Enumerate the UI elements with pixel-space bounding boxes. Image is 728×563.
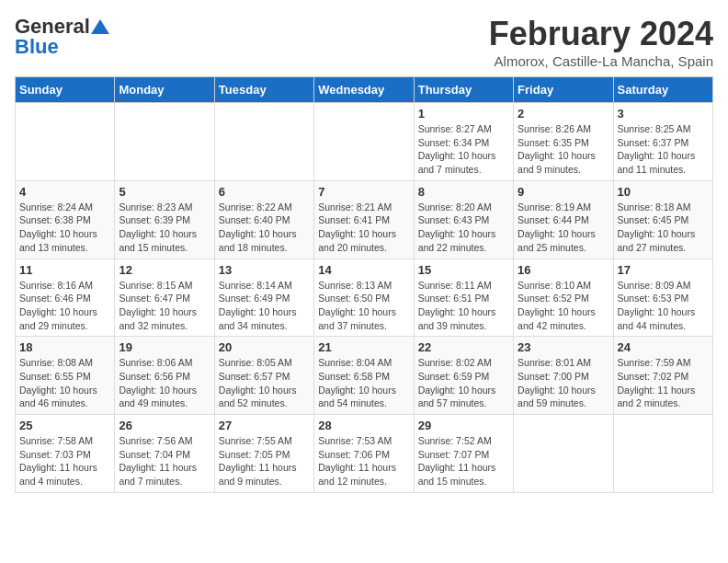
- calendar-cell: 9Sunrise: 8:19 AMSunset: 6:44 PMDaylight…: [514, 180, 613, 259]
- calendar-cell: 7Sunrise: 8:21 AMSunset: 6:41 PMDaylight…: [314, 180, 414, 259]
- calendar-week-row: 11Sunrise: 8:16 AMSunset: 6:46 PMDayligh…: [16, 259, 713, 337]
- calendar-week-row: 1Sunrise: 8:27 AMSunset: 6:34 PMDaylight…: [16, 103, 713, 181]
- day-number: 26: [119, 419, 210, 432]
- weekday-header-thursday: Thursday: [414, 77, 513, 103]
- day-number: 20: [219, 340, 310, 354]
- calendar-cell: 5Sunrise: 8:23 AMSunset: 6:39 PMDaylight…: [115, 180, 214, 259]
- calendar-cell: [314, 103, 414, 181]
- calendar-cell: [514, 415, 613, 493]
- day-number: 21: [318, 340, 409, 354]
- day-number: 23: [518, 340, 609, 354]
- weekday-header-tuesday: Tuesday: [214, 77, 313, 103]
- day-number: 4: [19, 185, 110, 199]
- calendar-table: SundayMondayTuesdayWednesdayThursdayFrid…: [15, 76, 713, 493]
- day-number: 12: [119, 263, 210, 277]
- svg-marker-0: [91, 19, 109, 34]
- logo: General Blue: [15, 15, 110, 59]
- calendar-cell: 27Sunrise: 7:55 AMSunset: 7:05 PMDayligh…: [214, 415, 313, 493]
- day-number: 9: [518, 185, 609, 199]
- day-info: Sunrise: 8:11 AMSunset: 6:51 PMDaylight:…: [418, 279, 509, 333]
- day-info: Sunrise: 7:58 AMSunset: 7:03 PMDaylight:…: [19, 434, 110, 488]
- day-info: Sunrise: 8:26 AMSunset: 6:35 PMDaylight:…: [518, 122, 609, 177]
- calendar-cell: [214, 103, 313, 181]
- day-info: Sunrise: 8:10 AMSunset: 6:52 PMDaylight:…: [518, 279, 609, 333]
- weekday-header-sunday: Sunday: [16, 77, 115, 103]
- calendar-week-row: 4Sunrise: 8:24 AMSunset: 6:38 PMDaylight…: [16, 180, 713, 259]
- calendar-cell: 14Sunrise: 8:13 AMSunset: 6:50 PMDayligh…: [314, 259, 414, 337]
- day-number: 11: [19, 263, 110, 277]
- day-info: Sunrise: 8:05 AMSunset: 6:57 PMDaylight:…: [219, 356, 310, 410]
- day-info: Sunrise: 8:16 AMSunset: 6:46 PMDaylight:…: [19, 279, 110, 333]
- day-info: Sunrise: 8:20 AMSunset: 6:43 PMDaylight:…: [418, 201, 509, 255]
- day-info: Sunrise: 8:01 AMSunset: 7:00 PMDaylight:…: [518, 356, 609, 410]
- day-number: 6: [219, 185, 310, 199]
- day-info: Sunrise: 8:08 AMSunset: 6:55 PMDaylight:…: [19, 356, 110, 410]
- day-number: 5: [119, 185, 210, 199]
- day-info: Sunrise: 7:53 AMSunset: 7:06 PMDaylight:…: [318, 434, 409, 488]
- month-title: February 2024: [489, 15, 713, 53]
- calendar-cell: 23Sunrise: 8:01 AMSunset: 7:00 PMDayligh…: [514, 337, 613, 415]
- day-info: Sunrise: 8:24 AMSunset: 6:38 PMDaylight:…: [19, 201, 110, 255]
- day-info: Sunrise: 8:04 AMSunset: 6:58 PMDaylight:…: [318, 356, 409, 410]
- day-info: Sunrise: 7:59 AMSunset: 7:02 PMDaylight:…: [618, 356, 709, 410]
- calendar-cell: 11Sunrise: 8:16 AMSunset: 6:46 PMDayligh…: [16, 259, 115, 337]
- calendar-cell: 29Sunrise: 7:52 AMSunset: 7:07 PMDayligh…: [414, 415, 513, 493]
- calendar-cell: 24Sunrise: 7:59 AMSunset: 7:02 PMDayligh…: [613, 337, 712, 415]
- day-number: 1: [418, 107, 509, 121]
- day-info: Sunrise: 8:25 AMSunset: 6:37 PMDaylight:…: [618, 122, 709, 177]
- day-info: Sunrise: 8:14 AMSunset: 6:49 PMDaylight:…: [219, 279, 310, 333]
- day-info: Sunrise: 8:22 AMSunset: 6:40 PMDaylight:…: [219, 201, 310, 255]
- calendar-cell: 21Sunrise: 8:04 AMSunset: 6:58 PMDayligh…: [314, 337, 414, 415]
- calendar-cell: 15Sunrise: 8:11 AMSunset: 6:51 PMDayligh…: [414, 259, 513, 337]
- day-number: 25: [19, 419, 110, 432]
- calendar-cell: 2Sunrise: 8:26 AMSunset: 6:35 PMDaylight…: [514, 103, 613, 181]
- day-info: Sunrise: 8:21 AMSunset: 6:41 PMDaylight:…: [318, 201, 409, 255]
- calendar-cell: 8Sunrise: 8:20 AMSunset: 6:43 PMDaylight…: [414, 180, 513, 259]
- day-number: 27: [219, 419, 310, 432]
- day-info: Sunrise: 8:02 AMSunset: 6:59 PMDaylight:…: [418, 356, 509, 410]
- weekday-header-row: SundayMondayTuesdayWednesdayThursdayFrid…: [16, 77, 713, 103]
- day-info: Sunrise: 7:56 AMSunset: 7:04 PMDaylight:…: [119, 434, 210, 488]
- logo-blue: Blue: [15, 35, 59, 59]
- day-number: 28: [318, 419, 409, 432]
- day-info: Sunrise: 8:15 AMSunset: 6:47 PMDaylight:…: [119, 279, 210, 333]
- day-info: Sunrise: 8:23 AMSunset: 6:39 PMDaylight:…: [119, 201, 210, 255]
- calendar-cell: [16, 103, 115, 181]
- calendar-cell: 22Sunrise: 8:02 AMSunset: 6:59 PMDayligh…: [414, 337, 513, 415]
- day-info: Sunrise: 8:19 AMSunset: 6:44 PMDaylight:…: [518, 201, 609, 255]
- calendar-week-row: 18Sunrise: 8:08 AMSunset: 6:55 PMDayligh…: [16, 337, 713, 415]
- day-number: 14: [318, 263, 409, 277]
- calendar-cell: 20Sunrise: 8:05 AMSunset: 6:57 PMDayligh…: [214, 337, 313, 415]
- calendar-cell: [613, 415, 712, 493]
- calendar-cell: 13Sunrise: 8:14 AMSunset: 6:49 PMDayligh…: [214, 259, 313, 337]
- logo-triangle-icon: [91, 17, 109, 36]
- day-number: 18: [19, 340, 110, 354]
- calendar-cell: 25Sunrise: 7:58 AMSunset: 7:03 PMDayligh…: [16, 415, 115, 493]
- day-info: Sunrise: 8:18 AMSunset: 6:45 PMDaylight:…: [618, 201, 709, 255]
- day-number: 2: [518, 107, 609, 121]
- calendar-cell: 3Sunrise: 8:25 AMSunset: 6:37 PMDaylight…: [613, 103, 712, 181]
- weekday-header-monday: Monday: [115, 77, 214, 103]
- day-number: 29: [418, 419, 509, 432]
- calendar-cell: 26Sunrise: 7:56 AMSunset: 7:04 PMDayligh…: [115, 415, 214, 493]
- title-area: February 2024 Almorox, Castille-La Manch…: [489, 15, 713, 69]
- weekday-header-saturday: Saturday: [613, 77, 712, 103]
- day-number: 8: [418, 185, 509, 199]
- calendar-cell: 19Sunrise: 8:06 AMSunset: 6:56 PMDayligh…: [115, 337, 214, 415]
- calendar-cell: 4Sunrise: 8:24 AMSunset: 6:38 PMDaylight…: [16, 180, 115, 259]
- day-info: Sunrise: 8:27 AMSunset: 6:34 PMDaylight:…: [418, 122, 509, 177]
- day-number: 19: [119, 340, 210, 354]
- calendar-week-row: 25Sunrise: 7:58 AMSunset: 7:03 PMDayligh…: [16, 415, 713, 493]
- calendar-cell: 1Sunrise: 8:27 AMSunset: 6:34 PMDaylight…: [414, 103, 513, 181]
- day-number: 15: [418, 263, 509, 277]
- weekday-header-friday: Friday: [514, 77, 613, 103]
- day-number: 24: [618, 340, 709, 354]
- day-number: 10: [618, 185, 709, 199]
- day-info: Sunrise: 7:52 AMSunset: 7:07 PMDaylight:…: [418, 434, 509, 488]
- calendar-cell: 12Sunrise: 8:15 AMSunset: 6:47 PMDayligh…: [115, 259, 214, 337]
- day-info: Sunrise: 8:06 AMSunset: 6:56 PMDaylight:…: [119, 356, 210, 410]
- day-number: 13: [219, 263, 310, 277]
- day-number: 7: [318, 185, 409, 199]
- day-number: 16: [518, 263, 609, 277]
- day-info: Sunrise: 7:55 AMSunset: 7:05 PMDaylight:…: [219, 434, 310, 488]
